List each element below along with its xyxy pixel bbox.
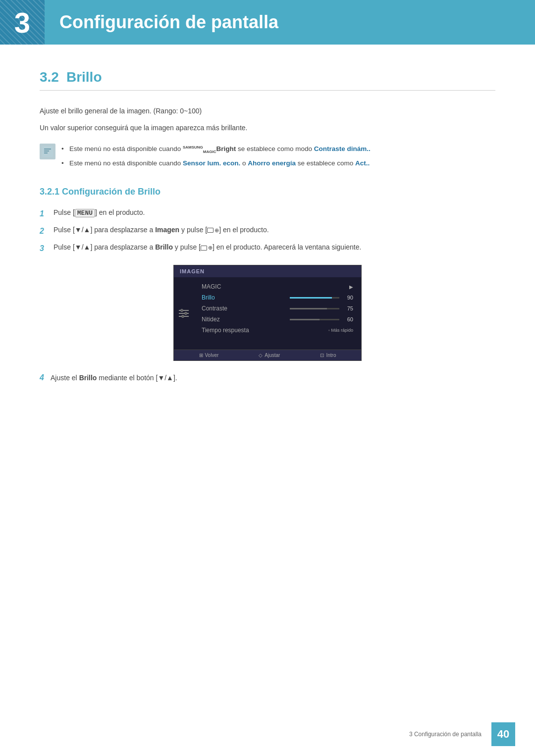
section-number: 3.2: [40, 69, 59, 85]
contraste-slider: [290, 308, 339, 309]
description-2: Un valor superior conseguirá que la imag…: [40, 122, 495, 133]
subsection-number: 3.2.1: [40, 187, 59, 197]
note-item-1: Este menú no está disponible cuando SAMS…: [61, 144, 371, 155]
description-1: Ajuste el brillo general de la imagen. (…: [40, 105, 495, 116]
step-1: 1 Pulse [MENU] en el producto.: [40, 207, 495, 220]
menu-screenshot: IMAGEN MAGIC: [173, 265, 362, 361]
menu-items-list: MAGIC ▶ Brillo 90: [194, 281, 361, 346]
step-2: 2 Pulse [▼/▲] para desplazarse a Imagen …: [40, 224, 495, 238]
chapter-number-box: 3: [0, 0, 45, 45]
menu-window-body: MAGIC ▶ Brillo 90: [174, 277, 361, 350]
adjust-icon: ◇: [259, 353, 263, 358]
chapter-title: Configuración de pantalla: [45, 12, 278, 33]
enter-key-2: ⊕: [201, 243, 213, 252]
menu-window-header: IMAGEN: [174, 265, 361, 277]
menu-footer-intro: ⊡ Intro: [320, 353, 336, 358]
settings-icon: [178, 307, 190, 319]
menu-item-magic: MAGIC ▶: [198, 281, 357, 292]
subsection-heading: Configuración de Brillo: [62, 187, 160, 197]
note-list: Este menú no está disponible cuando SAMS…: [61, 144, 371, 172]
contraste-fill: [290, 308, 327, 309]
brillo-slider: [290, 297, 339, 299]
page-footer: 3 Configuración de pantalla 40: [409, 722, 515, 746]
intro-icon: ⊡: [320, 353, 324, 358]
nitidez-slider: [290, 319, 339, 320]
back-icon: ⊞: [199, 353, 203, 358]
svg-rect-3: [44, 152, 48, 153]
svg-point-7: [181, 309, 183, 312]
svg-rect-2: [44, 151, 49, 151]
menu-footer-adjust: ◇ Ajustar: [259, 353, 280, 358]
menu-sidebar: [174, 281, 194, 346]
brillo-fill: [290, 297, 332, 299]
menu-footer: ⊞ Volver ◇ Ajustar ⊡ Intro: [174, 350, 361, 360]
nitidez-fill: [290, 319, 320, 320]
menu-item-nitidez: Nitidez 60: [198, 314, 357, 325]
section-heading: Brillo: [66, 69, 102, 85]
note-item-2: Este menú no está disponible cuando Sens…: [61, 158, 371, 169]
menu-key: MENU: [75, 209, 95, 217]
enter-key: ⊕: [207, 226, 219, 235]
footer-text: 3 Configuración de pantalla: [409, 731, 482, 738]
step-4: 4 Ajuste el Brillo mediante el botón [▼/…: [40, 371, 495, 384]
note-box: Este menú no está disponible cuando SAMS…: [40, 144, 495, 172]
step-3: 3 Pulse [▼/▲] para desplazarse a Brillo …: [40, 242, 495, 255]
subsection-title: 3.2.1 Configuración de Brillo: [40, 187, 495, 197]
pencil-icon: [41, 145, 54, 158]
chapter-number: 3: [14, 6, 30, 39]
arrow-right-icon: ▶: [349, 284, 353, 290]
page-number: 40: [491, 722, 515, 746]
svg-rect-1: [44, 149, 51, 150]
svg-point-9: [182, 315, 184, 318]
menu-window: IMAGEN MAGIC: [173, 265, 362, 361]
main-content: 3.2Brillo Ajuste el brillo general de la…: [0, 45, 535, 424]
menu-item-tiempo: Tiempo respuesta ◦ Más rápido: [198, 325, 357, 336]
note-icon: [40, 144, 55, 159]
menu-footer-back: ⊞ Volver: [199, 353, 219, 358]
chapter-header: 3 Configuración de pantalla: [0, 0, 535, 45]
svg-point-8: [185, 312, 187, 315]
steps-list: 1 Pulse [MENU] en el producto. 2 Pulse […: [40, 207, 495, 255]
section-title: 3.2Brillo: [40, 69, 495, 91]
menu-item-contraste: Contraste 75: [198, 303, 357, 314]
menu-item-brillo: Brillo 90: [198, 292, 357, 303]
